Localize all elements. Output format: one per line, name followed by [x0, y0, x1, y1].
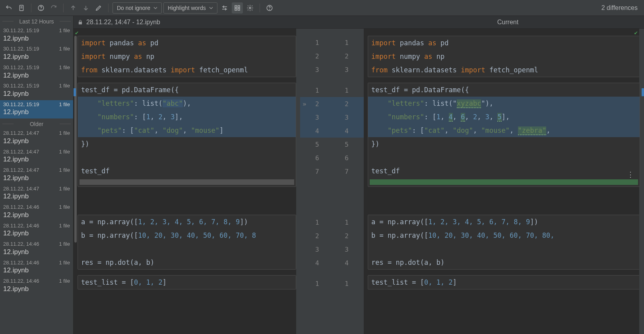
highlight-dropdown[interactable]: Highlight words: [163, 2, 217, 14]
history-item[interactable]: 30.11.22, 15:191 file12.ipynb: [0, 82, 73, 100]
ignore-dropdown[interactable]: Do not ignore: [113, 2, 162, 14]
code-cell: test_list = [0, 1, 2]: [78, 275, 296, 289]
history-timestamp: 28.11.22, 14:47: [3, 185, 39, 192]
right-pane[interactable]: ✔ import pandas as pd import numpy as np…: [364, 29, 644, 334]
code-line: "numbers": [1, 2, 3],: [78, 110, 296, 124]
apply-diff-icon[interactable]: »: [303, 100, 306, 108]
code-line: test_df = pd.DataFrame({: [78, 83, 296, 97]
gutter-row: 11: [300, 36, 364, 49]
history-filecount: 1 file: [59, 222, 70, 229]
diff-marker: [642, 88, 644, 96]
chevron-down-icon: [209, 6, 213, 10]
svg-point-2: [41, 9, 41, 10]
line-number-left: 1: [315, 87, 319, 94]
scrollbar-thumb[interactable]: [74, 36, 77, 243]
code-cell: test_list = [0, 1, 2]: [368, 275, 640, 289]
gutter: 112233 11»223344556677 11223344 11: [300, 29, 364, 334]
code-line: from sklearn.datasets import fetch_openm…: [368, 63, 640, 77]
line-number-left: 1: [315, 219, 319, 226]
history-timestamp: 28.11.22, 14:46: [3, 204, 39, 211]
history-filecount: 1 file: [59, 241, 70, 248]
history-item[interactable]: 30.11.22, 15:191 file12.ipynb: [0, 26, 73, 45]
next-diff-button[interactable]: [80, 2, 91, 14]
left-pane[interactable]: ✔ import pandas as pd import numpy as np…: [74, 29, 300, 334]
history-filename: 12.ipynb: [3, 229, 70, 238]
history-filename: 12.ipynb: [3, 174, 70, 183]
line-number-right: 2: [345, 232, 349, 240]
history-filecount: 1 file: [59, 278, 70, 285]
output-bar: [370, 179, 638, 185]
history-timestamp: 30.11.22, 15:19: [3, 82, 39, 89]
revert-file-button[interactable]: [16, 2, 27, 14]
history-item[interactable]: 28.11.22, 14:461 file12.ipynb: [0, 258, 73, 277]
history-item[interactable]: 28.11.22, 14:471 file12.ipynb: [0, 184, 73, 203]
help-button-2[interactable]: [264, 2, 275, 14]
code-line: "numbers": [1, 4, 6, 2, 3, 5],: [368, 110, 640, 124]
separator: [260, 4, 260, 12]
gutter-row: 22: [300, 49, 364, 63]
history-timestamp: 30.11.22, 15:19: [3, 64, 39, 71]
refresh-button[interactable]: [48, 2, 59, 14]
sync-scroll-button[interactable]: [232, 2, 243, 14]
edit-button[interactable]: [93, 2, 104, 14]
line-number-right: 2: [345, 100, 349, 108]
history-timestamp: 28.11.22, 14:47: [3, 130, 39, 137]
group-header-older: Older: [0, 118, 73, 129]
line-number-left: 2: [315, 232, 319, 240]
code-line: [78, 242, 296, 256]
line-number-left: 1: [315, 39, 319, 47]
history-filecount: 1 file: [59, 204, 70, 211]
line-number-left: 4: [315, 127, 319, 135]
help-button[interactable]: [35, 2, 47, 14]
code-line: [78, 151, 296, 164]
code-line: import pandas as pd: [78, 36, 296, 50]
code-cell: import pandas as pd import numpy as np f…: [368, 36, 640, 77]
highlight-dropdown-label: Highlight words: [168, 5, 206, 11]
history-item[interactable]: 28.11.22, 14:471 file12.ipynb: [0, 129, 73, 147]
line-number-right: 5: [345, 141, 349, 148]
code-cell: test_df = pd.DataFrame({ "letters": list…: [368, 83, 640, 187]
differences-count: 2 differences: [601, 4, 641, 12]
history-item[interactable]: 28.11.22, 14:471 file12.ipynb: [0, 166, 73, 184]
settings-button[interactable]: [244, 2, 256, 14]
history-item[interactable]: 28.11.22, 14:461 file12.ipynb: [0, 221, 73, 240]
history-filename: 12.ipynb: [3, 285, 70, 294]
line-number-left: 3: [315, 114, 319, 121]
more-icon[interactable]: ⋮: [627, 170, 634, 179]
diff-left-title-container: 28.11.22, 14:47 - 12.ipynb: [74, 19, 308, 26]
gutter-row: 11: [300, 84, 364, 97]
history-item[interactable]: 28.11.22, 14:461 file12.ipynb: [0, 240, 73, 258]
history-filecount: 1 file: [59, 148, 70, 155]
history-filename: 12.ipynb: [3, 89, 70, 99]
code-line: test_list = [0, 1, 2]: [368, 276, 640, 289]
history-item[interactable]: 28.11.22, 14:461 file12.ipynb: [0, 277, 73, 295]
code-line: }): [368, 137, 640, 151]
separator: [63, 4, 64, 12]
line-number-left: 1: [315, 280, 319, 287]
line-number-left: 4: [315, 259, 319, 267]
prev-diff-button[interactable]: [68, 2, 79, 14]
code-line: b = np.array([10, 20, 30, 40, 50, 60, 70…: [78, 229, 296, 242]
gutter-row: 77: [300, 165, 364, 178]
group-header-recent: Last 12 Hours: [0, 16, 73, 26]
check-icon: ✔: [75, 29, 78, 36]
history-item[interactable]: 30.11.22, 15:191 file12.ipynb: [0, 63, 73, 82]
history-timestamp: 28.11.22, 14:47: [3, 167, 39, 174]
history-item[interactable]: 30.11.22, 15:191 file12.ipynb: [0, 45, 73, 63]
code-cell: a = np.array([1, 2, 3, 4, 5, 6, 7, 8, 9]…: [368, 215, 640, 270]
line-number-left: 3: [315, 246, 319, 253]
toolbar: Do not ignore Highlight words 2 differen…: [0, 0, 644, 16]
history-timestamp: 28.11.22, 14:47: [3, 148, 39, 155]
line-number-right: 6: [345, 154, 349, 162]
code-line: b = np.array([10, 20, 30, 40, 50, 60, 70…: [368, 229, 640, 242]
history-item[interactable]: 28.11.22, 14:461 file12.ipynb: [0, 203, 73, 221]
gutter-row: 44: [300, 256, 364, 270]
code-line: res = np.dot(a, b): [78, 256, 296, 269]
history-item[interactable]: 30.11.22, 15:191 file12.ipynb: [0, 100, 73, 118]
undo-button[interactable]: [3, 2, 14, 14]
collapse-unchanged-button[interactable]: [219, 2, 230, 14]
history-item[interactable]: 28.11.22, 14:471 file12.ipynb: [0, 148, 73, 166]
diff-body: ✔ import pandas as pd import numpy as np…: [74, 29, 644, 334]
code-line: test_df = pd.DataFrame({: [368, 83, 640, 97]
gutter-row: 66: [300, 151, 364, 165]
